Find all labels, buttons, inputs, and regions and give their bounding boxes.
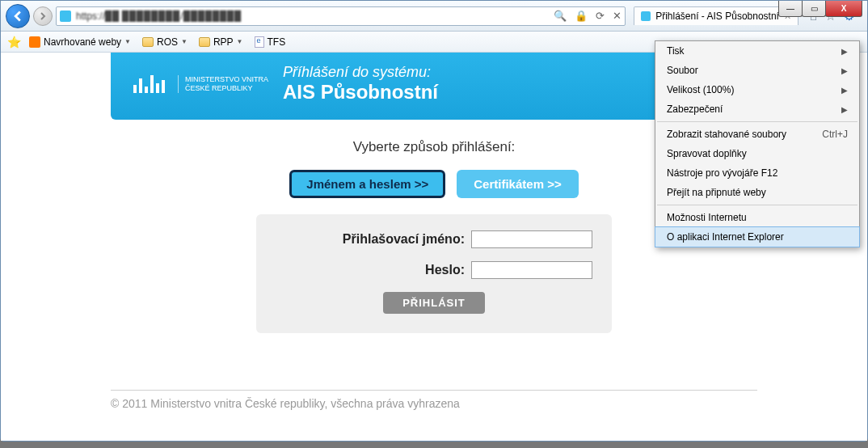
back-button[interactable] [6, 4, 30, 28]
shield-icon [29, 36, 40, 48]
address-text: https://▉▉ ▉▉▉▉▉▉▉▉/▉▉▉▉▉▉▉▉ [76, 11, 242, 22]
folder-icon [199, 37, 210, 47]
menu-zoom[interactable]: Velikost (100%)▶ [655, 80, 859, 99]
fav-rpp[interactable]: RPP ▼ [196, 35, 246, 49]
fav-label: ROS [157, 36, 178, 48]
browser-tab[interactable]: Přihlášení - AIS Působnostní ✕ [634, 6, 798, 25]
ministry-logo-icon [133, 75, 166, 93]
lock-icon: 🔒 [575, 10, 588, 22]
page-icon [255, 36, 264, 48]
submenu-arrow-icon: ▶ [841, 47, 848, 56]
submenu-arrow-icon: ▶ [841, 105, 848, 114]
menu-separator [657, 121, 857, 122]
fav-tfs[interactable]: TFS [251, 35, 289, 49]
address-bar[interactable]: https://▉▉ ▉▉▉▉▉▉▉▉/▉▉▉▉▉▉▉▉ 🔍 🔒 ⟳ ✕ [56, 6, 626, 26]
login-certificate-button[interactable]: Certifikátem >> [457, 170, 578, 198]
submenu-arrow-icon: ▶ [841, 86, 848, 95]
login-submit-button[interactable]: PŘIHLÁSIT [383, 292, 485, 314]
window-controls: — ▭ X [779, 1, 862, 17]
refresh-icon[interactable]: ⟳ [596, 10, 605, 22]
fav-label: RPP [213, 36, 234, 48]
search-icon[interactable]: 🔍 [554, 10, 567, 22]
fav-label: TFS [268, 36, 286, 48]
menu-devtools[interactable]: Nástroje pro vývojáře F12 [655, 163, 859, 183]
menu-internet-options[interactable]: Možnosti Internetu [655, 208, 859, 227]
stop-icon[interactable]: ✕ [613, 10, 622, 22]
fav-label: Navrhované weby [44, 36, 121, 48]
maximize-button[interactable]: ▭ [802, 1, 826, 17]
fav-suggested-sites[interactable]: Navrhované weby ▼ [26, 35, 134, 49]
menu-pinned-sites[interactable]: Přejít na připnuté weby [655, 183, 859, 202]
fav-ros[interactable]: ROS ▼ [139, 35, 191, 49]
site-icon [60, 11, 71, 22]
navigation-bar: https://▉▉ ▉▉▉▉▉▉▉▉/▉▉▉▉▉▉▉▉ 🔍 🔒 ⟳ ✕ Při… [1, 1, 867, 32]
close-window-button[interactable]: X [825, 1, 862, 17]
settings-menu: Tisk▶ Soubor▶ Velikost (100%)▶ Zabezpeče… [655, 40, 860, 247]
menu-about-ie[interactable]: O aplikaci Internet Explorer [655, 226, 860, 247]
minimize-button[interactable]: — [778, 1, 803, 17]
tab-favicon [641, 11, 651, 21]
menu-security[interactable]: Zabezpečení▶ [655, 99, 859, 119]
menu-addons[interactable]: Spravovat doplňky [655, 144, 859, 163]
menu-file[interactable]: Soubor▶ [655, 61, 859, 80]
submenu-arrow-icon: ▶ [841, 66, 848, 75]
password-input[interactable] [471, 261, 592, 279]
tab-strip: Přihlášení - AIS Působnostní ✕ [634, 6, 798, 25]
menu-print[interactable]: Tisk▶ [655, 41, 859, 61]
menu-downloads[interactable]: Zobrazit stahované souboryCtrl+J [655, 125, 859, 144]
address-actions: 🔍 🔒 ⟳ ✕ [554, 10, 622, 22]
chevron-down-icon: ▼ [181, 38, 188, 45]
menu-separator [657, 205, 857, 205]
login-form: Přihlašovací jméno: Heslo: PŘIHLÁSIT [256, 214, 612, 333]
banner-title: Příhlášení do systému: AIS Působnostní [283, 64, 438, 104]
tab-title: Přihlášení - AIS Působnostní [655, 11, 779, 22]
folder-icon [142, 37, 154, 47]
chevron-down-icon: ▼ [124, 38, 131, 45]
shortcut-label: Ctrl+J [822, 129, 848, 140]
add-favorite-icon[interactable]: ⭐ [7, 36, 21, 49]
username-input[interactable] [471, 230, 592, 248]
page-footer: © 2011 Ministerstvo vnitra České republi… [111, 390, 757, 410]
username-label: Přihlašovací jméno: [343, 232, 465, 247]
chevron-down-icon: ▼ [237, 38, 243, 45]
login-userpass-button[interactable]: Jménem a heslem >> [289, 170, 445, 198]
password-label: Heslo: [425, 263, 465, 277]
forward-button[interactable] [33, 6, 53, 26]
ministry-name: MINISTERSTVO VNITRA ČESKÉ REPUBLIKY [178, 75, 268, 93]
